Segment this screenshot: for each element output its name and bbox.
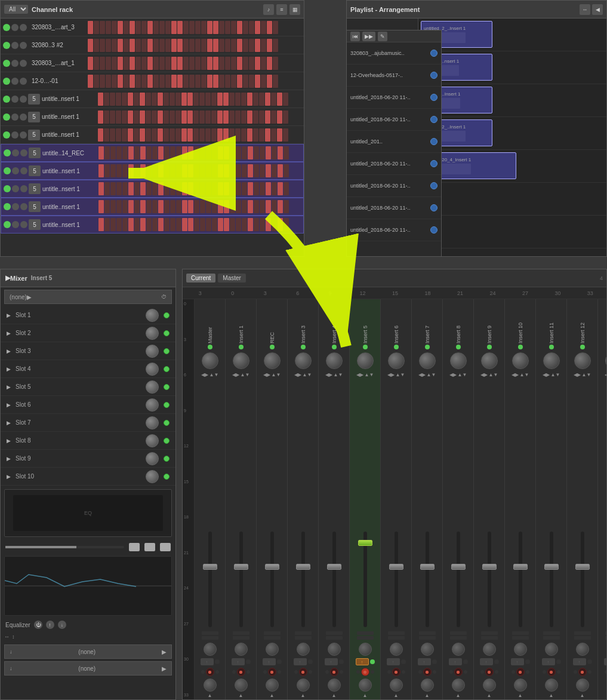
channel-row-3[interactable]: 12-0…-01 — [1, 72, 304, 90]
pad-8-29[interactable] — [272, 164, 277, 177]
track-pan-4[interactable] — [328, 678, 341, 692]
ch-mute-11[interactable] — [12, 221, 19, 228]
pad-2-23[interactable] — [225, 57, 230, 70]
pad-9-4[interactable] — [122, 182, 128, 195]
ch-solo-6[interactable] — [20, 131, 27, 139]
pad-7-21[interactable] — [224, 146, 229, 159]
pad-8-28[interactable] — [266, 164, 271, 177]
pad-5-4[interactable] — [122, 110, 127, 124]
pad-0-15[interactable] — [177, 21, 183, 34]
pad-6-2[interactable] — [110, 128, 115, 142]
pad-11-31[interactable] — [284, 218, 289, 231]
pad-2-0[interactable] — [88, 57, 93, 70]
pad-11-22[interactable] — [230, 218, 235, 231]
track-knob-12[interactable] — [574, 352, 591, 369]
pad-2-16[interactable] — [183, 57, 189, 70]
track-send-btn-13[interactable]: ↑ — [604, 658, 607, 665]
pad-0-5[interactable] — [118, 21, 123, 34]
pad-5-30[interactable] — [277, 110, 282, 124]
mixer-track-11[interactable]: Insert 11 ◀▶ ▲▼ ↑ ⏺ — [536, 299, 567, 699]
pad-4-31[interactable] — [283, 93, 288, 106]
ch-green-11[interactable] — [4, 221, 11, 228]
pad-8-27[interactable] — [260, 164, 265, 177]
pad-0-14[interactable] — [171, 21, 177, 34]
slot-led-1[interactable] — [164, 330, 170, 336]
pad-4-28[interactable] — [265, 93, 270, 106]
pad-3-4[interactable] — [112, 75, 117, 88]
pad-11-21[interactable] — [224, 218, 229, 231]
pad-11-3[interactable] — [116, 218, 122, 231]
pad-3-9[interactable] — [141, 75, 147, 88]
pad-3-30[interactable] — [267, 75, 272, 88]
pad-1-5[interactable] — [118, 39, 123, 52]
ch-solo-5[interactable] — [20, 113, 27, 121]
send-knob-6[interactable] — [390, 643, 403, 656]
pad-4-12[interactable] — [170, 93, 175, 106]
pad-4-27[interactable] — [259, 93, 264, 106]
pad-2-24[interactable] — [231, 57, 236, 70]
pad-11-25[interactable] — [248, 218, 253, 231]
mixer-slot-3[interactable]: ▶ Slot 4 — [1, 360, 175, 378]
pad-0-6[interactable] — [124, 21, 129, 34]
center-track-btn-8[interactable] — [430, 226, 437, 234]
track-knob-0[interactable] — [202, 352, 218, 369]
track-pan-9[interactable] — [483, 678, 496, 692]
eq-bypass-btn[interactable]: ↓ — [58, 621, 66, 629]
channel-rack-icon-1[interactable]: ♪ — [263, 4, 274, 15]
pad-10-31[interactable] — [284, 200, 289, 213]
pad-0-30[interactable] — [267, 21, 272, 34]
track-knob-8[interactable] — [450, 352, 467, 369]
pad-3-11[interactable] — [153, 75, 159, 88]
pad-4-5[interactable] — [128, 93, 133, 106]
pad-1-14[interactable] — [171, 39, 177, 52]
fader-rail-2[interactable] — [270, 532, 274, 627]
pad-8-4[interactable] — [122, 164, 128, 177]
pad-3-15[interactable] — [177, 75, 183, 88]
pad-2-27[interactable] — [249, 57, 254, 70]
track-send-btn-0[interactable]: ↑ — [201, 658, 214, 665]
slot-knob-6[interactable] — [146, 416, 159, 429]
pad-10-2[interactable] — [110, 200, 116, 213]
pad-0-25[interactable] — [237, 21, 242, 34]
pad-8-23[interactable] — [236, 164, 241, 177]
pad-1-2[interactable] — [100, 39, 105, 52]
pad-11-4[interactable] — [122, 218, 128, 231]
channel-row-7[interactable]: 5untitle..14_REC — [1, 144, 304, 162]
pad-0-23[interactable] — [225, 21, 230, 34]
channel-row-5[interactable]: 5untitle..nsert 1 — [1, 108, 304, 126]
mixer-slot-5[interactable]: ▶ Slot 6 — [1, 396, 175, 414]
pad-4-8[interactable] — [146, 93, 151, 106]
pad-8-31[interactable] — [284, 164, 289, 177]
pad-0-1[interactable] — [94, 21, 99, 34]
pad-11-6[interactable] — [134, 218, 140, 231]
track-send-btn-12[interactable]: ↑ — [573, 658, 586, 665]
mixer-slot-8[interactable]: ▶ Slot 9 — [1, 450, 175, 468]
pad-4-19[interactable] — [211, 93, 217, 106]
pad-8-18[interactable] — [206, 164, 211, 177]
pad-7-1[interactable] — [104, 146, 110, 159]
ch-green-6[interactable] — [3, 131, 10, 139]
pad-10-26[interactable] — [254, 200, 259, 213]
pad-1-28[interactable] — [255, 39, 260, 52]
pad-2-29[interactable] — [261, 57, 266, 70]
channel-row-4[interactable]: 5untitle..nsert 1 — [1, 90, 304, 108]
pad-0-31[interactable] — [273, 21, 278, 34]
track-knob-2[interactable] — [264, 352, 281, 369]
send-knob-4[interactable] — [328, 643, 341, 656]
channel-rack-icon-2[interactable]: ≡ — [276, 4, 287, 15]
pad-11-12[interactable] — [170, 218, 175, 231]
pad-5-31[interactable] — [283, 110, 288, 124]
pad-11-15[interactable] — [188, 218, 193, 231]
fader-rail-0[interactable] — [208, 532, 212, 627]
send-knob-3[interactable] — [297, 643, 310, 656]
pad-6-15[interactable] — [187, 128, 193, 142]
ch-green-8[interactable] — [4, 167, 11, 174]
pad-0-27[interactable] — [249, 21, 254, 34]
pad-1-30[interactable] — [267, 39, 272, 52]
pad-7-19[interactable] — [212, 146, 217, 159]
pad-2-26[interactable] — [243, 57, 248, 70]
pad-4-29[interactable] — [271, 93, 276, 106]
pad-5-13[interactable] — [175, 110, 181, 124]
channel-row-10[interactable]: 5untitle..nsert 1 — [1, 198, 304, 216]
pad-7-11[interactable] — [164, 146, 170, 159]
